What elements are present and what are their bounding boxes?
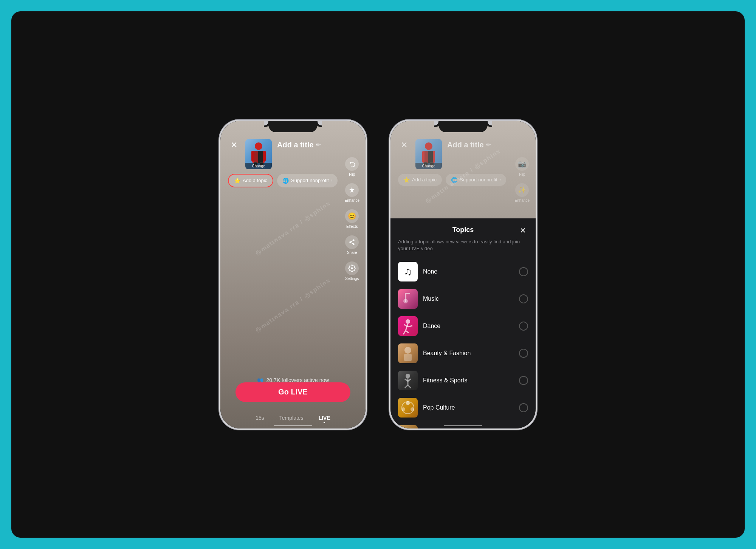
watermark-1: @mattnava rra / @sphinx xyxy=(254,200,332,257)
svg-point-17 xyxy=(406,319,410,324)
go-live-button[interactable]: Go LIVE xyxy=(235,382,350,402)
profile-thumbnail[interactable]: Change xyxy=(245,139,272,169)
svg-rect-24 xyxy=(404,354,412,361)
topic-dance[interactable]: Dance xyxy=(390,312,536,340)
svg-rect-15 xyxy=(405,293,406,302)
change-label-2: Change xyxy=(415,163,442,169)
nonprofit-label: Support nonprofit xyxy=(291,178,329,183)
topic-name-none: None xyxy=(423,268,514,275)
topic-thumb-popculture xyxy=(398,398,418,418)
settings-tool[interactable]: Settings xyxy=(345,261,359,281)
close-button[interactable]: ✕ xyxy=(228,139,240,151)
svg-rect-16 xyxy=(406,293,410,294)
effects-label: Effects xyxy=(346,224,358,229)
home-indicator xyxy=(274,425,312,426)
add-topic-pill[interactable]: ⭐ Add a topic xyxy=(228,174,273,187)
profile-thumbnail-2[interactable]: Change xyxy=(415,139,442,169)
svg-point-25 xyxy=(406,374,410,378)
topic-thumb-beauty xyxy=(398,343,418,363)
phone-1: @mattnava rra / @sphinx @mattnava rra / … xyxy=(219,120,367,430)
flip-label: Flip xyxy=(349,172,355,176)
settings-icon xyxy=(345,261,359,275)
tab-templates[interactable]: Templates xyxy=(279,415,304,421)
topics-sheet: Topics ✕ Adding a topic allows new viewe… xyxy=(390,218,536,428)
svg-point-32 xyxy=(406,401,410,405)
enhance-icon xyxy=(345,183,359,197)
topic-radio-beauty[interactable] xyxy=(519,349,528,358)
settings-label: Settings xyxy=(345,277,359,281)
topic-radio-dance[interactable] xyxy=(519,322,528,331)
svg-point-8 xyxy=(425,142,432,150)
topic-radio-fitness[interactable] xyxy=(519,376,528,385)
enhance-label: Enhance xyxy=(345,198,359,203)
topic-thumb-music xyxy=(398,289,418,309)
nonprofit-arrow: › xyxy=(331,178,332,182)
home-indicator-2 xyxy=(444,425,482,426)
topic-beauty[interactable]: Beauty & Fashion xyxy=(390,340,536,367)
svg-rect-5 xyxy=(254,151,258,163)
tab-live[interactable]: LIVE xyxy=(319,415,330,421)
topic-none[interactable]: ♫ None xyxy=(390,258,536,285)
svg-line-29 xyxy=(405,385,408,388)
svg-point-34 xyxy=(401,407,405,411)
svg-marker-35 xyxy=(402,427,414,428)
svg-line-20 xyxy=(406,331,409,333)
topic-thumb-dance xyxy=(398,316,418,336)
topic-radio-popculture[interactable] xyxy=(519,403,528,412)
outer-container: @mattnava rra / @sphinx @mattnava rra / … xyxy=(11,11,745,538)
topic-popculture[interactable]: Pop Culture xyxy=(390,394,536,421)
topic-name-fitness: Fitness & Sports xyxy=(423,377,514,384)
flip-icon xyxy=(345,157,359,171)
topic-radio-none[interactable] xyxy=(519,267,528,276)
edit-icon: ✏ xyxy=(316,142,321,148)
topic-fitness[interactable]: Fitness & Sports xyxy=(390,367,536,394)
nonprofit-emoji: 🌐 xyxy=(282,178,289,184)
topic-thumb-none: ♫ xyxy=(398,262,418,281)
topic-label: Add a topic xyxy=(243,178,267,183)
share-tool[interactable]: Share xyxy=(345,235,359,255)
topic-radio-music[interactable] xyxy=(519,294,528,303)
edit-icon-2: ✏ xyxy=(486,142,491,148)
flip-tool[interactable]: Flip xyxy=(345,157,359,176)
svg-line-19 xyxy=(403,331,406,334)
topic-name-beauty: Beauty & Fashion xyxy=(423,350,514,357)
support-nonprofit-pill-2[interactable]: 🌐 Support nonprofit › xyxy=(446,174,506,186)
svg-line-22 xyxy=(408,326,412,327)
effects-tool[interactable]: 😊 Effects xyxy=(345,209,359,229)
add-topic-pill-2[interactable]: ⭐ Add a topic xyxy=(398,174,442,186)
svg-point-0 xyxy=(255,142,262,150)
topic-emoji: ⭐ xyxy=(234,178,240,184)
phone-2: @mattn avarra / @sphinx ✕ xyxy=(389,120,537,430)
change-label: Change xyxy=(245,163,272,169)
effects-icon: 😊 xyxy=(345,209,359,223)
svg-point-23 xyxy=(404,347,411,354)
topics-title: Topics xyxy=(452,226,474,234)
topic-name-popculture: Pop Culture xyxy=(423,404,514,411)
close-button-2[interactable]: ✕ xyxy=(398,139,410,151)
topic-music[interactable]: Music xyxy=(390,285,536,312)
svg-rect-11 xyxy=(424,151,428,163)
watermark-1b: @mattnava rra / @sphinx xyxy=(254,277,332,334)
tab-15s[interactable]: 15s xyxy=(256,415,264,421)
topics-close-button[interactable]: ✕ xyxy=(517,225,528,236)
enhance-tool[interactable]: Enhance xyxy=(345,183,359,203)
share-label: Share xyxy=(347,251,357,255)
topic-name-dance: Dance xyxy=(423,323,514,329)
topic-thumb-fitness xyxy=(398,371,418,390)
topic-thumb-outdoors xyxy=(398,425,418,428)
svg-line-30 xyxy=(408,385,411,388)
topic-name-music: Music xyxy=(423,295,514,302)
share-icon xyxy=(345,235,359,249)
topics-subtitle: Adding a topic allows new viewers to eas… xyxy=(390,238,536,258)
svg-point-33 xyxy=(411,407,414,411)
support-nonprofit-pill[interactable]: 🌐 Support nonprofit › xyxy=(277,174,338,187)
